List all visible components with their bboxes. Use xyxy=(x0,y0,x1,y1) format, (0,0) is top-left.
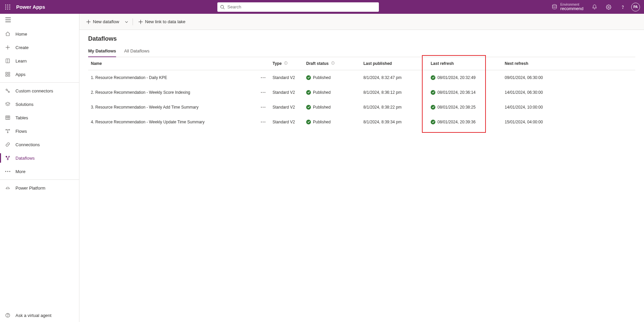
cell-published: 8/1/2024, 8:38:22 pm xyxy=(361,100,428,115)
svg-point-39 xyxy=(7,171,8,172)
environment-picker[interactable]: Environment recommend xyxy=(548,3,587,11)
row-more-button[interactable] xyxy=(259,74,267,82)
cell-published: 8/1/2024, 8:36:12 pm xyxy=(361,85,428,100)
svg-point-58 xyxy=(264,92,265,93)
dots-icon xyxy=(261,107,265,108)
check-icon xyxy=(431,75,435,80)
top-bar: Power Apps Environment recommend PA xyxy=(0,0,644,14)
svg-point-37 xyxy=(7,159,8,160)
svg-line-10 xyxy=(223,8,224,9)
cell-next-refresh: 15/01/2024, 04:00:00 xyxy=(502,115,635,129)
sidebar-item-solutions[interactable]: Solutions xyxy=(0,97,79,111)
sidebar-item-label: Solutions xyxy=(15,102,33,107)
sidebar-item-more[interactable]: More xyxy=(0,165,79,178)
svg-point-52 xyxy=(333,62,333,63)
svg-point-12 xyxy=(608,6,609,8)
cell-published: 8/1/2024, 8:39:34 pm xyxy=(361,115,428,129)
app-launcher-button[interactable] xyxy=(2,0,13,14)
user-avatar[interactable]: PA xyxy=(631,3,640,11)
draft-status: Published xyxy=(306,75,331,80)
cell-type: Standard V2 xyxy=(270,100,303,115)
sidebar-item-label: Apps xyxy=(15,72,26,77)
dots-icon xyxy=(261,121,265,123)
cmd-new-dataflow-dropdown[interactable] xyxy=(123,16,130,27)
hamburger-icon xyxy=(5,17,11,22)
svg-point-40 xyxy=(9,171,10,172)
row-more-button[interactable] xyxy=(259,118,267,126)
svg-point-13 xyxy=(622,8,623,8)
col-header-type[interactable]: Type xyxy=(270,57,303,70)
check-icon xyxy=(306,90,311,95)
cmd-new-dataflow[interactable]: New dataflow xyxy=(83,16,122,27)
svg-point-0 xyxy=(5,4,6,5)
svg-point-57 xyxy=(263,92,263,93)
sidebar-item-label: Tables xyxy=(15,115,28,120)
check-icon xyxy=(306,105,311,110)
sidebar-item-home[interactable]: Home xyxy=(0,27,79,41)
cell-published: 8/1/2024, 8:32:47 pm xyxy=(361,70,428,85)
svg-point-55 xyxy=(264,77,265,78)
flow-icon xyxy=(5,128,11,134)
table-row[interactable]: 4. Resource Recommendation - Weekly Upda… xyxy=(88,115,635,129)
settings-button[interactable] xyxy=(602,0,615,14)
check-icon xyxy=(431,120,435,124)
svg-point-32 xyxy=(6,129,7,130)
cmd-new-link-data-lake[interactable]: New link to data lake xyxy=(136,16,188,27)
sidebar-item-tables[interactable]: Tables xyxy=(0,111,79,124)
row-more-button[interactable] xyxy=(259,88,267,96)
sidebar-item-create[interactable]: Create xyxy=(0,41,79,54)
col-header-draft[interactable]: Draft status xyxy=(303,57,361,70)
svg-point-56 xyxy=(261,92,262,93)
svg-point-9 xyxy=(221,5,224,8)
search-input[interactable] xyxy=(227,2,376,12)
home-icon xyxy=(5,31,11,37)
sidebar-toggle[interactable] xyxy=(0,14,79,26)
draft-status: Published xyxy=(306,90,331,95)
platform-icon xyxy=(5,185,11,191)
tab-my-dataflows[interactable]: My Dataflows xyxy=(88,46,116,57)
svg-point-64 xyxy=(264,122,265,122)
col-header-last-refresh[interactable]: Last refresh xyxy=(428,57,502,70)
svg-rect-24 xyxy=(8,75,10,76)
svg-point-1 xyxy=(7,4,8,5)
cell-next-refresh: 09/01/2024, 06:30:00 xyxy=(502,70,635,85)
help-button[interactable] xyxy=(616,0,629,14)
apps-icon xyxy=(5,72,11,77)
svg-rect-28 xyxy=(6,116,10,120)
sidebar-item-dataflows[interactable]: Dataflows xyxy=(0,151,79,165)
page-title: Dataflows xyxy=(88,35,635,42)
col-header-published[interactable]: Last published xyxy=(361,57,428,70)
sidebar-item-custom-connectors[interactable]: Custom connectors xyxy=(0,84,79,97)
table-row[interactable]: 3. Resource Recommendation - Weekly Add … xyxy=(88,100,635,115)
svg-point-2 xyxy=(9,4,10,5)
sidebar-item-apps[interactable]: Apps xyxy=(0,68,79,81)
sidebar: HomeCreateLearnAppsCustom connectorsSolu… xyxy=(0,14,79,322)
cell-name: 1. Resource Recommendation - Daily KPE xyxy=(88,70,256,85)
row-more-button[interactable] xyxy=(259,103,267,111)
tab-all-dataflows[interactable]: All Dataflows xyxy=(124,46,149,57)
command-separator xyxy=(133,18,133,25)
col-header-next-refresh[interactable]: Next refresh xyxy=(502,57,635,70)
sidebar-item-connections[interactable]: Connections xyxy=(0,138,79,151)
sidebar-ask-agent[interactable]: Ask a virtual agent xyxy=(0,309,79,322)
last-refresh: 08/01/2024, 20:39:36 xyxy=(431,120,475,124)
info-icon[interactable] xyxy=(284,61,288,65)
connector-icon xyxy=(5,88,11,93)
table-row[interactable]: 2. Resource Recommendation - Weekly Scor… xyxy=(88,85,635,100)
search-box[interactable] xyxy=(217,2,379,12)
cell-type: Standard V2 xyxy=(270,70,303,85)
sidebar-item-power-platform[interactable]: Power Platform xyxy=(0,181,79,195)
sidebar-item-flows[interactable]: Flows xyxy=(0,124,79,138)
sidebar-item-learn[interactable]: Learn xyxy=(0,54,79,68)
sidebar-item-label: Home xyxy=(15,32,27,37)
draft-status: Published xyxy=(306,120,331,124)
table-icon xyxy=(5,115,11,120)
waffle-icon xyxy=(5,4,10,10)
svg-point-49 xyxy=(286,62,286,63)
info-icon[interactable] xyxy=(331,61,335,65)
col-header-name[interactable]: Name xyxy=(88,57,256,70)
table-row[interactable]: 1. Resource Recommendation - Daily KPESt… xyxy=(88,70,635,85)
dots-icon xyxy=(261,77,265,78)
notifications-button[interactable] xyxy=(588,0,601,14)
check-icon xyxy=(431,105,435,110)
